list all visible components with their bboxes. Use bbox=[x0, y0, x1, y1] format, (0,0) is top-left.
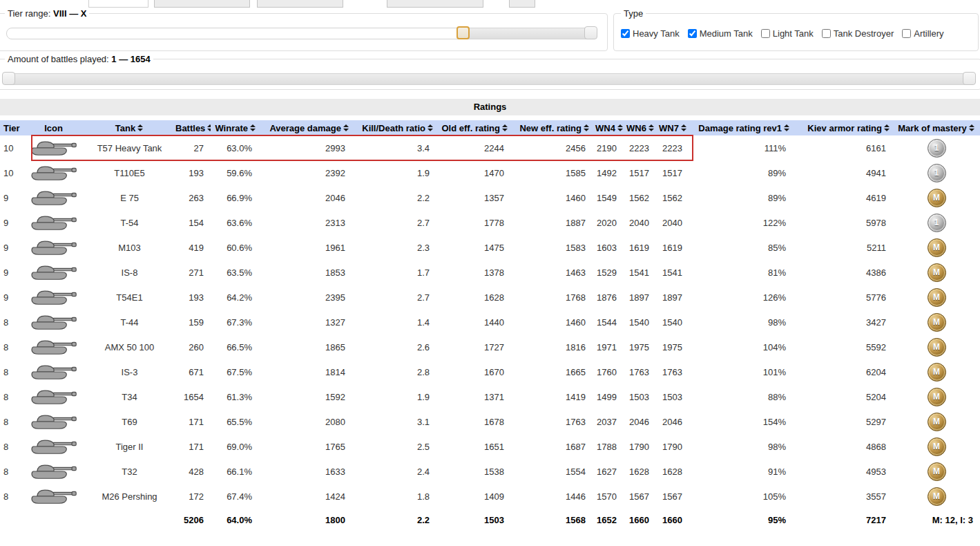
cell-battles: 671 bbox=[173, 359, 211, 384]
cell-wn6: 1790 bbox=[624, 434, 656, 459]
tier-slider-handle-min[interactable] bbox=[457, 26, 470, 39]
table-row[interactable]: 9 IS-827163.5%18531.71378146315291541154… bbox=[0, 260, 980, 285]
type-checkbox[interactable] bbox=[621, 29, 630, 38]
tab-stub[interactable] bbox=[509, 0, 535, 8]
table-row[interactable]: 9 T-5415463.6%23132.71778188720202040204… bbox=[0, 210, 980, 235]
table-row[interactable]: 8 T6917165.5%20803.116781763203720462046… bbox=[0, 409, 980, 434]
column-header-old_eff[interactable]: Old eff. rating bbox=[436, 120, 511, 135]
type-option-heavy-tank[interactable]: Heavy Tank bbox=[621, 28, 680, 39]
cell-wn6: 2223 bbox=[624, 135, 656, 160]
tab-stub[interactable] bbox=[387, 0, 483, 8]
cell-mastery: M bbox=[893, 310, 980, 335]
table-row[interactable]: 8 T34165461.3%15921.91371141914991503150… bbox=[0, 384, 980, 409]
type-checkbox[interactable] bbox=[902, 29, 911, 38]
column-header-kiev[interactable]: Kiev armor rating bbox=[793, 120, 893, 135]
type-checkbox[interactable] bbox=[822, 29, 831, 38]
column-header-icon: Icon bbox=[21, 120, 86, 135]
type-option-light-tank[interactable]: Light Tank bbox=[761, 28, 814, 39]
type-option-artillery[interactable]: Artillery bbox=[902, 28, 943, 39]
cell-wn7: 1517 bbox=[656, 160, 689, 185]
column-header-avg_damage[interactable]: Average damage bbox=[259, 120, 352, 135]
tier-range-slider[interactable] bbox=[6, 28, 596, 39]
cell-old_eff: 1357 bbox=[436, 185, 511, 210]
cell-wn4: 1529 bbox=[593, 260, 624, 285]
column-header-winrate[interactable]: Winrate bbox=[211, 120, 259, 135]
battles-slider-handle-max[interactable] bbox=[963, 72, 976, 85]
tab-stub[interactable] bbox=[154, 0, 250, 8]
table-row[interactable]: 8 IS-367167.5%18142.81670166517601763176… bbox=[0, 359, 980, 384]
cell-kiev: 5297 bbox=[793, 409, 893, 434]
table-row[interactable]: 8 T3242866.1%16332.415381554162716281628… bbox=[0, 459, 980, 484]
tab-stub[interactable] bbox=[257, 0, 343, 8]
type-checkbox[interactable] bbox=[688, 29, 697, 38]
cell-old_eff: 1371 bbox=[436, 384, 511, 409]
cell-icon bbox=[21, 310, 86, 335]
cell-wn6: 1975 bbox=[624, 335, 656, 359]
cell-mastery: M bbox=[893, 285, 980, 310]
cell-damage_rev1: 154% bbox=[689, 409, 793, 434]
mastery-badge-class1: 1 bbox=[928, 214, 946, 232]
tab-stub-active[interactable] bbox=[88, 0, 148, 8]
tank-icon bbox=[29, 412, 79, 431]
cell-new_eff: 1583 bbox=[511, 235, 593, 260]
cell-battles: 27 bbox=[173, 135, 211, 160]
type-checkbox[interactable] bbox=[761, 29, 770, 38]
cell-icon bbox=[21, 235, 86, 260]
column-header-wn4[interactable]: WN4 bbox=[593, 120, 624, 135]
tank-icon bbox=[29, 163, 79, 182]
table-row[interactable]: 8 AMX 50 10026066.5%18652.61727181619711… bbox=[0, 335, 980, 359]
battles-slider[interactable] bbox=[5, 73, 974, 85]
column-label: WN7 bbox=[659, 123, 679, 133]
cell-icon bbox=[21, 160, 86, 185]
cell-mastery: M bbox=[893, 185, 980, 210]
battles-slider-handle-min[interactable] bbox=[2, 72, 15, 85]
cell-old_eff: 1678 bbox=[436, 409, 511, 434]
column-header-mastery[interactable]: Mark of mastery bbox=[893, 120, 980, 135]
table-row[interactable]: 8 Tiger II17169.0%17652.5165116871788179… bbox=[0, 434, 980, 459]
column-header-tank[interactable]: Tank bbox=[86, 120, 173, 135]
tier-slider-handle-max[interactable] bbox=[584, 26, 597, 39]
cell-mastery: M bbox=[893, 384, 980, 409]
table-title: Ratings bbox=[0, 99, 980, 115]
mastery-badge-m: M bbox=[928, 487, 946, 506]
cell-old_eff: 1670 bbox=[436, 359, 511, 384]
column-header-wn6[interactable]: WN6 bbox=[624, 120, 656, 135]
table-row[interactable]: 9 T54E119364.2%23952.7162817681876189718… bbox=[0, 285, 980, 310]
cell-wn7: 1619 bbox=[656, 235, 689, 260]
cell-wn7: 1628 bbox=[656, 459, 689, 484]
type-option-tank-destroyer[interactable]: Tank Destroyer bbox=[822, 28, 894, 39]
table-row[interactable]: 9 M10341960.6%19612.31475158316031619161… bbox=[0, 235, 980, 260]
cell-mastery: M bbox=[893, 260, 980, 285]
mastery-badge-m: M bbox=[928, 388, 946, 406]
cell-battles: 171 bbox=[173, 409, 211, 434]
table-row[interactable]: 10 T110E519359.6%23921.91470158514921517… bbox=[0, 160, 980, 185]
tier-range-value: VIII — X bbox=[53, 8, 86, 19]
cell-kiev: 4953 bbox=[793, 459, 893, 484]
cell-wn4: 1570 bbox=[593, 484, 624, 509]
cell-battles: 159 bbox=[173, 310, 211, 335]
cell-new_eff: 1887 bbox=[511, 210, 593, 235]
table-row[interactable]: 8 T-4415967.3%13271.41440146015441540154… bbox=[0, 310, 980, 335]
column-header-kd[interactable]: Kill/Death ratio bbox=[352, 120, 436, 135]
type-option-medium-tank[interactable]: Medium Tank bbox=[688, 28, 753, 39]
column-header-tier[interactable]: Tier bbox=[0, 120, 21, 135]
column-header-battles[interactable]: Battles bbox=[173, 120, 211, 135]
table-row[interactable]: 10 T57 Heavy Tank2763.0%29933.4224424562… bbox=[0, 135, 980, 160]
column-header-damage_rev1[interactable]: Damage rating rev1 bbox=[689, 120, 793, 135]
cell-tank: T54E1 bbox=[86, 285, 173, 310]
column-header-wn7[interactable]: WN7 bbox=[656, 120, 689, 135]
cell-winrate: 59.6% bbox=[211, 160, 259, 185]
table-row[interactable]: 9 E 7526366.9%20462.21357146015491562156… bbox=[0, 185, 980, 210]
cell-wn4: 1876 bbox=[593, 285, 624, 310]
cell-new_eff: 1768 bbox=[511, 285, 593, 310]
table-header-row: TierIconTankBattlesWinrateAverage damage… bbox=[0, 120, 980, 135]
cell-icon bbox=[21, 484, 86, 509]
cell-mastery: M bbox=[893, 484, 980, 509]
cell-tier: 9 bbox=[0, 185, 21, 210]
column-header-new_eff[interactable]: New eff. rating bbox=[511, 120, 593, 135]
table-row[interactable]: 8 M26 Pershing17267.4%14241.814091446157… bbox=[0, 484, 980, 509]
column-label: WN6 bbox=[626, 123, 646, 133]
cell-wn7: 1790 bbox=[656, 434, 689, 459]
cell-kiev: 5592 bbox=[793, 335, 893, 359]
cell-wn7: 1562 bbox=[656, 185, 689, 210]
